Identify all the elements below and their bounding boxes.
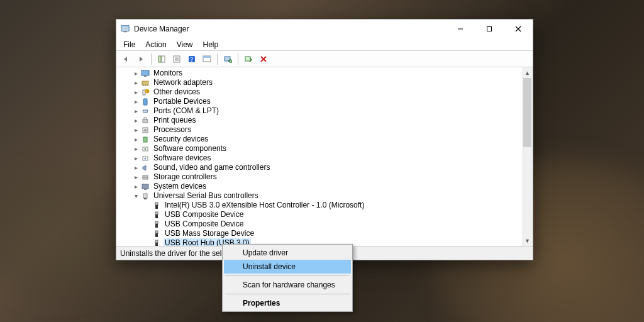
menubar: File Action View Help — [116, 38, 533, 51]
scroll-down-button[interactable]: ▼ — [522, 235, 533, 246]
menu-view[interactable]: View — [172, 40, 197, 50]
tree-node-print-queues[interactable]: ▸Print queues — [120, 116, 522, 125]
svg-point-40 — [145, 157, 147, 159]
svg-rect-52 — [155, 224, 158, 228]
tree-node-usb-controllers[interactable]: ▾Universal Serial Bus controllers — [120, 191, 522, 201]
tree-label: Software components — [152, 144, 228, 153]
chevron-right-icon[interactable]: ▸ — [131, 125, 140, 135]
tree-label: Intel(R) USB 3.0 eXtensible Host Control… — [164, 201, 365, 210]
chevron-right-icon[interactable]: ▸ — [131, 153, 140, 163]
sound-icon — [140, 164, 150, 172]
usb-device-icon — [152, 211, 162, 219]
tree-node-usb-child[interactable]: ▸Intel(R) USB 3.0 eXtensible Host Contro… — [120, 201, 522, 210]
show-hide-console-tree-button[interactable] — [155, 52, 169, 66]
tree-node-software-components[interactable]: ▸Software components — [120, 144, 522, 153]
tree-label: Universal Serial Bus controllers — [152, 191, 260, 201]
tree-node-portable-devices[interactable]: ▸Portable Devices — [120, 97, 522, 106]
usb-device-icon — [152, 201, 162, 210]
titlebar: Device Manager — [116, 19, 533, 38]
statusbar-text: Uninstalls the driver for the select — [120, 249, 231, 258]
minimize-button[interactable] — [446, 19, 475, 38]
svg-rect-1 — [123, 31, 126, 33]
chevron-right-icon[interactable]: ▸ — [131, 163, 140, 172]
svg-point-38 — [145, 148, 147, 150]
properties-toolbar-button[interactable] — [170, 52, 184, 66]
tree-node-system-devices[interactable]: ▸System devices — [120, 182, 522, 191]
ctx-scan-for-hardware-changes[interactable]: Scan for hardware changes — [224, 278, 351, 292]
scan-for-hardware-changes-button[interactable] — [221, 52, 235, 66]
uninstall-device-button[interactable] — [257, 52, 270, 66]
tree-label: USB Composite Device — [164, 210, 245, 219]
network-icon — [140, 79, 150, 87]
window-title: Device Manager — [134, 25, 446, 33]
tree-node-sound[interactable]: ▸Sound, video and game controllers — [120, 163, 522, 172]
tree-label: Sound, video and game controllers — [152, 163, 271, 172]
forward-button[interactable] — [134, 52, 148, 66]
svg-rect-3 — [487, 27, 492, 31]
chevron-down-icon[interactable]: ▾ — [131, 191, 140, 201]
toolbar-separator — [151, 53, 152, 65]
other-devices-icon: ? — [140, 88, 150, 97]
tree-node-usb-child[interactable]: ▸USB Mass Storage Device — [120, 229, 522, 238]
context-menu: Update driver Uninstall device Scan for … — [222, 244, 353, 312]
client-area: ▸Monitors ▸Network adapters ▸?Other devi… — [116, 67, 533, 246]
scroll-up-button[interactable]: ▲ — [522, 67, 533, 78]
tree-node-processors[interactable]: ▸Processors — [120, 125, 522, 135]
close-button[interactable] — [504, 19, 533, 38]
tree-node-monitors[interactable]: ▸Monitors — [120, 69, 522, 78]
svg-rect-54 — [155, 233, 158, 237]
svg-rect-7 — [162, 56, 165, 62]
help-button[interactable]: ? — [185, 52, 199, 66]
chevron-right-icon[interactable]: ▸ — [131, 116, 140, 125]
chevron-right-icon[interactable]: ▸ — [131, 87, 140, 97]
tree-label: Security devices — [152, 135, 209, 144]
tree-node-security-devices[interactable]: ▸Security devices — [120, 135, 522, 144]
maximize-button[interactable] — [475, 19, 504, 38]
menu-help[interactable]: Help — [199, 40, 223, 50]
svg-rect-53 — [155, 231, 158, 233]
ctx-properties[interactable]: Properties — [224, 296, 351, 310]
svg-rect-19 — [245, 57, 250, 61]
software-devices-icon — [140, 154, 150, 163]
tree-label: USB Composite Device — [164, 219, 245, 229]
chevron-right-icon[interactable]: ▸ — [131, 78, 140, 87]
enable-device-button[interactable] — [242, 52, 255, 66]
tree-node-usb-child[interactable]: ▸USB Composite Device — [120, 210, 522, 219]
tree-node-software-devices[interactable]: ▸Software devices — [120, 153, 522, 163]
processor-icon — [140, 126, 150, 135]
svg-line-18 — [231, 62, 231, 62]
menu-file[interactable]: File — [119, 40, 140, 50]
svg-rect-6 — [158, 56, 161, 62]
tree-node-other-devices[interactable]: ▸?Other devices — [120, 87, 522, 97]
ctx-update-driver[interactable]: Update driver — [224, 246, 351, 260]
context-menu-separator — [225, 294, 350, 294]
chevron-right-icon[interactable]: ▸ — [131, 106, 140, 116]
chevron-right-icon[interactable]: ▸ — [131, 135, 140, 144]
vertical-scrollbar[interactable]: ▲ ▼ — [522, 67, 533, 246]
menu-action[interactable]: Action — [141, 40, 170, 50]
ports-icon — [140, 107, 150, 116]
scroll-thumb[interactable] — [523, 78, 531, 147]
svg-rect-0 — [121, 26, 129, 31]
toolbar: ? — [116, 51, 533, 67]
svg-rect-47 — [155, 203, 158, 205]
device-tree[interactable]: ▸Monitors ▸Network adapters ▸?Other devi… — [116, 67, 522, 246]
storage-icon — [140, 173, 150, 182]
chevron-right-icon[interactable]: ▸ — [131, 97, 140, 106]
svg-rect-48 — [155, 205, 158, 209]
back-button[interactable] — [119, 52, 133, 66]
tree-node-storage-controllers[interactable]: ▸Storage controllers — [120, 172, 522, 182]
usb-device-icon — [152, 239, 162, 247]
chevron-right-icon[interactable]: ▸ — [131, 144, 140, 153]
tree-node-ports[interactable]: ▸Ports (COM & LPT) — [120, 106, 522, 116]
tree-node-network-adapters[interactable]: ▸Network adapters — [120, 78, 522, 87]
chevron-right-icon[interactable]: ▸ — [131, 182, 140, 191]
chevron-right-icon[interactable]: ▸ — [131, 69, 140, 78]
action-menu-button[interactable] — [200, 52, 214, 66]
tree-label: Processors — [152, 125, 192, 135]
chevron-right-icon[interactable]: ▸ — [131, 172, 140, 182]
svg-rect-56 — [155, 243, 158, 247]
scroll-track[interactable] — [522, 78, 533, 235]
ctx-uninstall-device[interactable]: Uninstall device — [224, 260, 351, 274]
tree-node-usb-child[interactable]: ▸USB Composite Device — [120, 219, 522, 229]
